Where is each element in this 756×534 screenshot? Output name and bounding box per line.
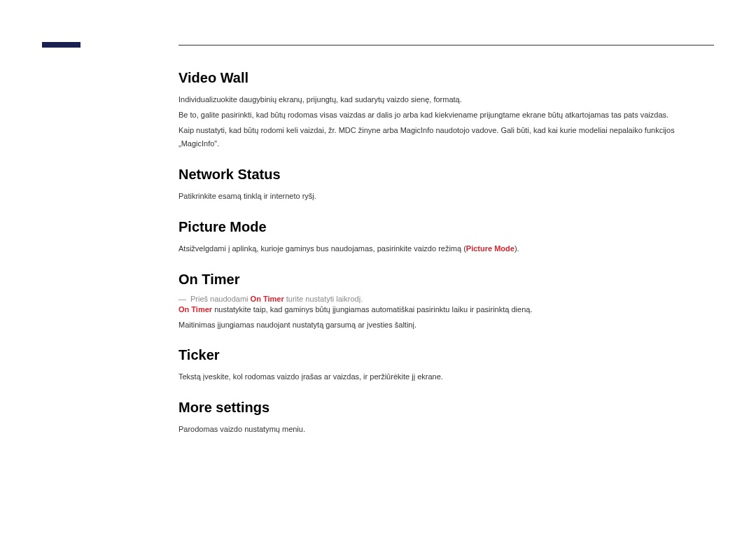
main-content: Video Wall Individualizuokite daugybinių… xyxy=(178,70,714,438)
horizontal-divider xyxy=(178,45,714,45)
heading-ticker: Ticker xyxy=(178,347,714,363)
text-on-timer-2-highlight: On Timer xyxy=(178,305,212,314)
text-picture-mode-part2: ). xyxy=(514,244,519,253)
heading-more-settings: More settings xyxy=(178,400,714,416)
heading-picture-mode: Picture Mode xyxy=(178,219,714,235)
text-picture-mode-1: Atsižvelgdami į aplinką, kurioje gaminys… xyxy=(178,242,714,256)
text-more-settings-1: Parodomas vaizdo nustatymų meniu. xyxy=(178,423,714,437)
text-picture-mode-part1: Atsižvelgdami į aplinką, kurioje gaminys… xyxy=(178,244,466,253)
heading-network-status: Network Status xyxy=(178,167,714,183)
heading-video-wall: Video Wall xyxy=(178,70,714,86)
sidebar-marker xyxy=(42,42,80,48)
note-prefix: Prieš naudodami xyxy=(190,295,251,303)
heading-on-timer: On Timer xyxy=(178,272,714,288)
note-highlight: On Timer xyxy=(251,295,284,303)
text-video-wall-2: Be to, galite pasirinkti, kad būtų rodom… xyxy=(178,108,714,122)
text-ticker-1: Tekstą įveskite, kol rodomas vaizdo įraš… xyxy=(178,370,714,384)
note-on-timer-text: Prieš naudodami On Timer turite nustatyt… xyxy=(190,295,363,303)
text-video-wall-3: Kaip nustatyti, kad būtų rodomi keli vai… xyxy=(178,124,714,152)
text-network-status-1: Patikrinkite esamą tinklą ir interneto r… xyxy=(178,190,714,204)
text-on-timer-2-suffix: nustatykite taip, kad gaminys būtų įjung… xyxy=(212,305,532,314)
note-dash-icon: ― xyxy=(178,295,186,303)
text-on-timer-2: On Timer nustatykite taip, kad gaminys b… xyxy=(178,303,714,317)
note-suffix: turite nustatyti laikrodį. xyxy=(284,295,363,303)
text-picture-mode-highlight: Picture Mode xyxy=(466,244,514,253)
text-video-wall-1: Individualizuokite daugybinių ekranų, pr… xyxy=(178,93,714,107)
note-on-timer: ― Prieš naudodami On Timer turite nustat… xyxy=(178,295,714,303)
text-on-timer-3: Maitinimas įjungiamas naudojant nustatyt… xyxy=(178,318,714,332)
